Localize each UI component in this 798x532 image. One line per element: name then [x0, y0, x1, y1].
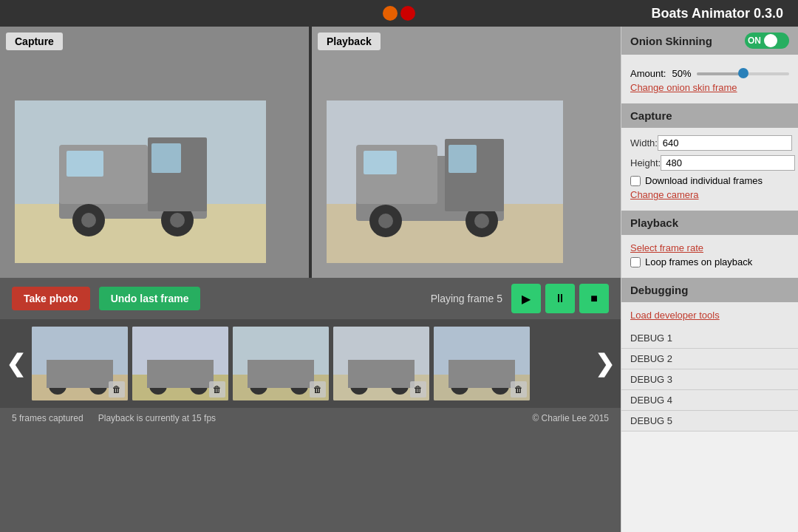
- debug-item-5: DEBUG 5: [621, 411, 798, 432]
- onion-skinning-content: Amount: 50% Change onion skin frame: [621, 55, 798, 103]
- amount-value: 50%: [672, 68, 691, 79]
- loop-frames-row: Loop frames on playback: [630, 256, 789, 267]
- height-label: Height:: [630, 157, 661, 168]
- svg-rect-10: [151, 143, 181, 173]
- stop-button[interactable]: ■: [579, 284, 609, 313]
- app-title: Boats Animator 0.3.0: [652, 6, 783, 21]
- filmstrip-next-button[interactable]: ❯: [589, 349, 621, 378]
- debug-item-3: DEBUG 3: [621, 369, 798, 390]
- right-panel: Onion Skinning ON Amount: 50% Change oni…: [621, 27, 798, 532]
- svg-point-19: [474, 214, 489, 228]
- onion-skinning-toggle[interactable]: ON: [745, 33, 789, 49]
- playback-vehicle: [327, 100, 563, 263]
- playback-view: Playback: [312, 27, 621, 278]
- firefox-icon: [383, 6, 398, 21]
- debugging-header: Debugging: [621, 278, 798, 302]
- status-bar: 5 frames captured Playback is currently …: [0, 408, 621, 429]
- debug-item-4: DEBUG 4: [621, 390, 798, 411]
- app-icons: [383, 6, 415, 21]
- svg-point-17: [378, 214, 393, 228]
- toggle-on-label: ON: [748, 35, 761, 46]
- width-input[interactable]: [658, 135, 792, 151]
- frame-thumb-4: 🗑: [333, 327, 429, 400]
- svg-point-8: [170, 213, 185, 228]
- svg-rect-41: [348, 360, 415, 388]
- delete-frame-1-button[interactable]: 🗑: [109, 381, 125, 398]
- loop-frames-checkbox[interactable]: [630, 257, 641, 267]
- playback-content: Select frame rate Loop frames on playbac…: [621, 235, 798, 278]
- width-row: Width:: [630, 135, 789, 151]
- debug-item-2: DEBUG 2: [621, 349, 798, 369]
- svg-rect-21: [449, 145, 477, 173]
- onion-slider[interactable]: [697, 72, 789, 75]
- debug-item-1: DEBUG 1: [621, 328, 798, 349]
- load-developer-tools-button[interactable]: Load developer tools: [630, 310, 720, 321]
- capture-header: Capture: [621, 103, 798, 128]
- debugging-content: Load developer tools: [621, 302, 798, 328]
- slider-fill: [697, 72, 743, 75]
- delete-frame-5-button[interactable]: 🗑: [511, 381, 527, 398]
- frames-captured-text: 5 frames captured: [12, 413, 83, 423]
- capture-view: Capture: [0, 27, 312, 278]
- play-button[interactable]: ▶: [511, 284, 541, 313]
- delete-frame-4-button[interactable]: 🗑: [410, 381, 426, 398]
- download-frames-checkbox[interactable]: [630, 176, 641, 186]
- filmstrip-area: ❮ 🗑: [0, 319, 621, 408]
- download-frames-label: Download individual frames: [645, 175, 763, 186]
- svg-rect-15: [364, 151, 397, 174]
- playback-header: Playback: [621, 211, 798, 235]
- capture-label: Capture: [6, 33, 63, 50]
- download-frames-row: Download individual frames: [630, 175, 789, 186]
- playback-fps-text: Playback is currently at 15 fps: [98, 413, 216, 423]
- height-input[interactable]: [661, 155, 795, 171]
- take-photo-button[interactable]: Take photo: [12, 287, 90, 310]
- titlebar: Boats Animator 0.3.0: [0, 0, 798, 27]
- capture-vehicle: [15, 100, 266, 263]
- toggle-knob: [764, 34, 777, 47]
- svg-rect-26: [47, 360, 113, 388]
- frame-thumb-5: 🗑: [434, 327, 530, 400]
- onion-skinning-header: Onion Skinning ON: [621, 27, 798, 55]
- delete-frame-3-button[interactable]: 🗑: [310, 381, 326, 398]
- controls-bar: Take photo Undo last frame Playing frame…: [0, 278, 621, 319]
- frame-thumb-2: 🗑: [132, 327, 228, 400]
- onion-skinning-title: Onion Skinning: [630, 35, 712, 47]
- video-area: Capture: [0, 27, 621, 278]
- frame-thumb-3: 🗑: [233, 327, 329, 400]
- playback-label: Playback: [318, 33, 381, 50]
- copyright-text: © Charlie Lee 2015: [532, 413, 609, 423]
- filmstrip-prev-button[interactable]: ❮: [0, 349, 32, 378]
- height-row: Height:: [630, 155, 789, 171]
- svg-rect-36: [248, 360, 314, 388]
- change-camera-button[interactable]: Change camera: [630, 189, 699, 200]
- frame-thumb-1: 🗑: [32, 327, 128, 400]
- onion-skinning-toggle-row: Onion Skinning ON: [630, 33, 789, 49]
- slider-thumb: [738, 68, 748, 78]
- camera-icon: [400, 6, 415, 21]
- svg-rect-4: [66, 151, 103, 177]
- main-area: Capture: [0, 27, 798, 532]
- amount-row: Amount: 50%: [630, 68, 789, 79]
- delete-frame-2-button[interactable]: 🗑: [209, 381, 225, 398]
- filmstrip-frames: 🗑 🗑: [32, 327, 589, 400]
- playing-info: Playing frame 5: [431, 293, 502, 304]
- width-label: Width:: [630, 137, 658, 149]
- change-onion-skin-frame-button[interactable]: Change onion skin frame: [630, 82, 737, 93]
- svg-rect-46: [449, 360, 515, 388]
- capture-content: Width: Height: Download individual frame…: [621, 128, 798, 211]
- playback-controls: ▶ ⏸ ■: [511, 284, 609, 313]
- undo-last-frame-button[interactable]: Undo last frame: [99, 287, 201, 310]
- left-panel: Capture: [0, 27, 621, 532]
- select-frame-rate-button[interactable]: Select frame rate: [630, 242, 703, 253]
- loop-frames-label: Loop frames on playback: [645, 256, 752, 267]
- svg-point-6: [81, 213, 96, 228]
- pause-button[interactable]: ⏸: [545, 284, 575, 313]
- svg-rect-31: [147, 360, 214, 388]
- amount-label: Amount:: [630, 68, 666, 79]
